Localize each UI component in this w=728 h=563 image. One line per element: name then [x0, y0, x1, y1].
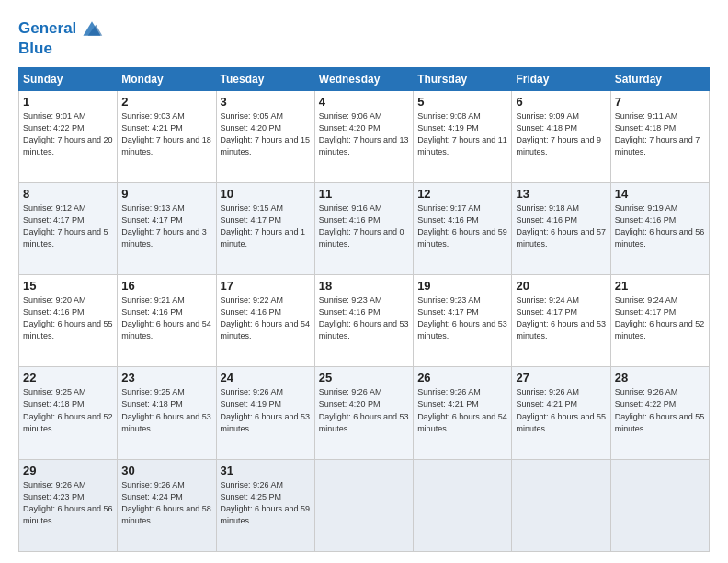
day-number: 1: [23, 95, 113, 109]
day-number: 12: [417, 187, 507, 201]
day-number: 20: [516, 279, 606, 293]
weekday-friday: Friday: [512, 67, 610, 90]
day-number: 26: [417, 371, 507, 385]
day-number: 8: [23, 187, 113, 201]
calendar-cell: 20 Sunrise: 9:24 AMSunset: 4:17 PMDaylig…: [512, 275, 610, 367]
weekday-tuesday: Tuesday: [216, 67, 314, 90]
day-detail: Sunrise: 9:19 AMSunset: 4:16 PMDaylight:…: [615, 203, 705, 248]
calendar-cell: 7 Sunrise: 9:11 AMSunset: 4:18 PMDayligh…: [610, 90, 709, 182]
calendar-cell: [314, 459, 413, 551]
calendar-cell: 29 Sunrise: 9:26 AMSunset: 4:23 PMDaylig…: [19, 459, 118, 551]
day-number: 21: [615, 279, 705, 293]
day-detail: Sunrise: 9:25 AMSunset: 4:18 PMDaylight:…: [121, 387, 211, 432]
calendar-week-2: 8 Sunrise: 9:12 AMSunset: 4:17 PMDayligh…: [19, 182, 710, 274]
calendar-cell: 28 Sunrise: 9:26 AMSunset: 4:22 PMDaylig…: [610, 367, 709, 459]
day-number: 27: [516, 371, 606, 385]
day-number: 30: [121, 464, 211, 477]
calendar-cell: 18 Sunrise: 9:23 AMSunset: 4:16 PMDaylig…: [314, 275, 413, 367]
calendar-cell: [512, 459, 610, 551]
day-detail: Sunrise: 9:24 AMSunset: 4:17 PMDaylight:…: [615, 295, 705, 340]
day-number: 5: [417, 95, 507, 109]
calendar-cell: 21 Sunrise: 9:24 AMSunset: 4:17 PMDaylig…: [610, 275, 709, 367]
calendar-cell: 26 Sunrise: 9:26 AMSunset: 4:21 PMDaylig…: [414, 367, 512, 459]
calendar-week-3: 15 Sunrise: 9:20 AMSunset: 4:16 PMDaylig…: [19, 275, 710, 367]
weekday-saturday: Saturday: [610, 67, 709, 90]
calendar-cell: 11 Sunrise: 9:16 AMSunset: 4:16 PMDaylig…: [314, 182, 413, 274]
calendar-cell: 12 Sunrise: 9:17 AMSunset: 4:16 PMDaylig…: [414, 182, 512, 274]
calendar-cell: 15 Sunrise: 9:20 AMSunset: 4:16 PMDaylig…: [19, 275, 118, 367]
logo-icon: [80, 17, 104, 40]
day-number: 29: [23, 464, 113, 477]
calendar-cell: 31 Sunrise: 9:26 AMSunset: 4:25 PMDaylig…: [216, 459, 314, 551]
day-number: 13: [516, 187, 606, 201]
day-number: 10: [221, 187, 311, 201]
day-detail: Sunrise: 9:26 AMSunset: 4:21 PMDaylight:…: [516, 387, 606, 432]
day-detail: Sunrise: 9:24 AMSunset: 4:17 PMDaylight:…: [516, 295, 606, 340]
calendar-cell: 13 Sunrise: 9:18 AMSunset: 4:16 PMDaylig…: [512, 182, 610, 274]
calendar-cell: 5 Sunrise: 9:08 AMSunset: 4:19 PMDayligh…: [414, 90, 512, 182]
page: General Blue SundayMondayTuesdayWednesda…: [0, 0, 728, 563]
calendar-cell: 8 Sunrise: 9:12 AMSunset: 4:17 PMDayligh…: [19, 182, 118, 274]
day-detail: Sunrise: 9:26 AMSunset: 4:19 PMDaylight:…: [221, 387, 311, 432]
day-detail: Sunrise: 9:26 AMSunset: 4:23 PMDaylight:…: [23, 480, 113, 525]
calendar-week-1: 1 Sunrise: 9:01 AMSunset: 4:22 PMDayligh…: [19, 90, 710, 182]
day-detail: Sunrise: 9:11 AMSunset: 4:18 PMDaylight:…: [615, 111, 700, 156]
calendar-cell: 19 Sunrise: 9:23 AMSunset: 4:17 PMDaylig…: [414, 275, 512, 367]
day-number: 23: [121, 371, 211, 385]
calendar-cell: [414, 459, 512, 551]
calendar-cell: 27 Sunrise: 9:26 AMSunset: 4:21 PMDaylig…: [512, 367, 610, 459]
day-detail: Sunrise: 9:21 AMSunset: 4:16 PMDaylight:…: [121, 295, 211, 340]
day-number: 18: [319, 279, 409, 293]
calendar-cell: 22 Sunrise: 9:25 AMSunset: 4:18 PMDaylig…: [19, 367, 118, 459]
calendar-cell: 25 Sunrise: 9:26 AMSunset: 4:20 PMDaylig…: [314, 367, 413, 459]
calendar-cell: 14 Sunrise: 9:19 AMSunset: 4:16 PMDaylig…: [610, 182, 709, 274]
logo-text-blue: Blue: [18, 40, 104, 58]
day-detail: Sunrise: 9:15 AMSunset: 4:17 PMDaylight:…: [221, 203, 306, 248]
calendar-cell: 16 Sunrise: 9:21 AMSunset: 4:16 PMDaylig…: [118, 275, 216, 367]
day-detail: Sunrise: 9:18 AMSunset: 4:16 PMDaylight:…: [516, 203, 606, 248]
weekday-monday: Monday: [118, 67, 216, 90]
calendar-cell: 6 Sunrise: 9:09 AMSunset: 4:18 PMDayligh…: [512, 90, 610, 182]
day-detail: Sunrise: 9:17 AMSunset: 4:16 PMDaylight:…: [417, 203, 507, 248]
day-number: 14: [615, 187, 705, 201]
day-detail: Sunrise: 9:09 AMSunset: 4:18 PMDaylight:…: [516, 111, 601, 156]
day-detail: Sunrise: 9:26 AMSunset: 4:24 PMDaylight:…: [121, 480, 211, 525]
day-number: 15: [23, 279, 113, 293]
day-number: 19: [417, 279, 507, 293]
weekday-wednesday: Wednesday: [314, 67, 413, 90]
header: General Blue: [18, 17, 710, 58]
calendar-cell: [610, 459, 709, 551]
day-number: 7: [615, 95, 705, 109]
day-detail: Sunrise: 9:13 AMSunset: 4:17 PMDaylight:…: [121, 203, 207, 248]
day-number: 6: [516, 95, 606, 109]
calendar-cell: 4 Sunrise: 9:06 AMSunset: 4:20 PMDayligh…: [314, 90, 413, 182]
weekday-header-row: SundayMondayTuesdayWednesdayThursdayFrid…: [19, 67, 710, 90]
day-detail: Sunrise: 9:16 AMSunset: 4:16 PMDaylight:…: [319, 203, 404, 248]
day-number: 9: [121, 187, 211, 201]
day-number: 16: [121, 279, 211, 293]
calendar-cell: 1 Sunrise: 9:01 AMSunset: 4:22 PMDayligh…: [19, 90, 118, 182]
day-detail: Sunrise: 9:26 AMSunset: 4:20 PMDaylight:…: [319, 387, 409, 432]
weekday-thursday: Thursday: [414, 67, 512, 90]
day-detail: Sunrise: 9:12 AMSunset: 4:17 PMDaylight:…: [23, 203, 108, 248]
day-number: 24: [221, 371, 311, 385]
day-detail: Sunrise: 9:23 AMSunset: 4:17 PMDaylight:…: [417, 295, 507, 340]
calendar-cell: 30 Sunrise: 9:26 AMSunset: 4:24 PMDaylig…: [118, 459, 216, 551]
logo: General Blue: [18, 17, 104, 58]
calendar-cell: 2 Sunrise: 9:03 AMSunset: 4:21 PMDayligh…: [118, 90, 216, 182]
calendar-cell: 23 Sunrise: 9:25 AMSunset: 4:18 PMDaylig…: [118, 367, 216, 459]
day-detail: Sunrise: 9:23 AMSunset: 4:16 PMDaylight:…: [319, 295, 409, 340]
day-detail: Sunrise: 9:20 AMSunset: 4:16 PMDaylight:…: [23, 295, 113, 340]
day-detail: Sunrise: 9:26 AMSunset: 4:25 PMDaylight:…: [221, 480, 311, 525]
day-detail: Sunrise: 9:25 AMSunset: 4:18 PMDaylight:…: [23, 387, 113, 432]
calendar-cell: 10 Sunrise: 9:15 AMSunset: 4:17 PMDaylig…: [216, 182, 314, 274]
calendar-cell: 9 Sunrise: 9:13 AMSunset: 4:17 PMDayligh…: [118, 182, 216, 274]
day-detail: Sunrise: 9:22 AMSunset: 4:16 PMDaylight:…: [221, 295, 311, 340]
day-detail: Sunrise: 9:26 AMSunset: 4:21 PMDaylight:…: [417, 387, 507, 432]
calendar-week-4: 22 Sunrise: 9:25 AMSunset: 4:18 PMDaylig…: [19, 367, 710, 459]
day-number: 2: [121, 95, 211, 109]
day-number: 31: [221, 464, 311, 477]
calendar-cell: 17 Sunrise: 9:22 AMSunset: 4:16 PMDaylig…: [216, 275, 314, 367]
calendar-cell: 24 Sunrise: 9:26 AMSunset: 4:19 PMDaylig…: [216, 367, 314, 459]
weekday-sunday: Sunday: [19, 67, 118, 90]
